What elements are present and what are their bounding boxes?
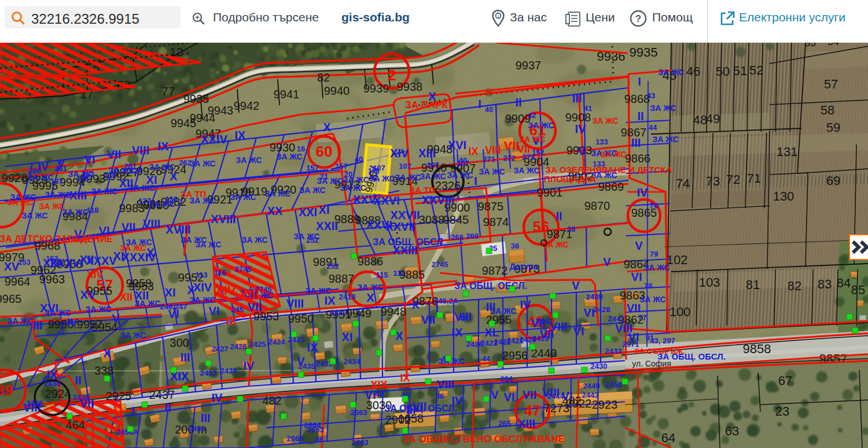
svg-text:84: 84 — [837, 276, 851, 290]
svg-text:XX: XX — [267, 205, 283, 217]
svg-text:58: 58 — [821, 103, 834, 117]
svg-text:2437: 2437 — [200, 369, 217, 377]
svg-text:ЗА ЖС: ЗА ЖС — [276, 152, 302, 161]
svg-text:ЗА ЖС: ЗА ЖС — [652, 135, 678, 144]
svg-text:77: 77 — [638, 313, 646, 322]
svg-text:153: 153 — [46, 254, 58, 263]
svg-text:71: 71 — [747, 171, 761, 186]
svg-text:113: 113 — [196, 271, 208, 279]
svg-text:9958: 9958 — [126, 277, 152, 290]
svg-text:107: 107 — [399, 162, 411, 171]
svg-text:81: 81 — [746, 277, 760, 292]
svg-text:ЗА ЖС: ЗА ЖС — [45, 190, 71, 199]
svg-text:103: 103 — [699, 275, 720, 290]
svg-text:2745: 2745 — [235, 265, 252, 273]
svg-text:40: 40 — [355, 155, 363, 164]
svg-text:III: III — [572, 92, 582, 105]
svg-text:X: X — [366, 291, 374, 304]
svg-text:2455: 2455 — [189, 424, 205, 433]
svg-text:XXI: XXI — [299, 206, 317, 219]
svg-text:ЗА ТП: ЗА ТП — [410, 185, 435, 195]
svg-text:2438: 2438 — [73, 393, 90, 402]
svg-text:2663: 2663 — [352, 438, 369, 447]
svg-text:XVIII: XVIII — [165, 223, 190, 236]
svg-text:XI: XI — [342, 331, 353, 343]
svg-text:ЗА ТП: ЗА ТП — [181, 189, 206, 199]
svg-text:73: 73 — [706, 174, 720, 188]
svg-text:2427: 2427 — [212, 345, 229, 353]
svg-text:ЗА ЖС: ЗА ЖС — [21, 211, 47, 220]
svg-text:2424: 2424 — [269, 338, 286, 346]
svg-text:69: 69 — [826, 173, 840, 188]
svg-text:48: 48 — [693, 113, 707, 127]
svg-text:IV: IV — [67, 316, 79, 329]
svg-text:ЗА ЖС: ЗА ЖС — [149, 162, 175, 172]
svg-text:9950: 9950 — [288, 312, 314, 325]
svg-text:107: 107 — [373, 164, 385, 172]
svg-text:114: 114 — [393, 269, 406, 277]
svg-text:115: 115 — [376, 271, 388, 279]
svg-text:?: ? — [635, 13, 641, 24]
svg-text:2419: 2419 — [339, 293, 356, 301]
svg-text:ЗА ЖС: ЗА ЖС — [395, 173, 421, 182]
svg-text:51: 51 — [733, 64, 747, 78]
svg-text:VIII: VIII — [437, 378, 454, 391]
svg-text:2326: 2326 — [435, 179, 461, 192]
svg-text:300: 300 — [170, 336, 189, 349]
svg-text:ЗА ЖС: ЗА ЖС — [340, 183, 366, 192]
svg-text:ЗА ЖС: ЗА ЖС — [27, 173, 53, 182]
svg-text:9901: 9901 — [537, 186, 563, 199]
svg-text:ЗА ЖС: ЗА ЖС — [120, 331, 146, 340]
svg-text:2438: 2438 — [44, 379, 61, 388]
svg-text:I: I — [478, 98, 481, 110]
svg-text:XIII: XIII — [518, 417, 535, 430]
svg-text:ЗА ОЗЕЛЕНЯВАНЕ И ДЕТСКА: ЗА ОЗЕЛЕНЯВАНЕ И ДЕТСКА — [545, 165, 672, 175]
svg-text:2449: 2449 — [583, 382, 600, 390]
svg-text:II: II — [637, 110, 643, 123]
svg-text:II: II — [164, 401, 171, 414]
svg-text:40: 40 — [459, 156, 467, 165]
svg-text:53: 53 — [804, 43, 816, 49]
svg-text:60: 60 — [316, 143, 333, 160]
svg-text:42: 42 — [528, 111, 536, 120]
svg-text:9845: 9845 — [443, 213, 469, 226]
svg-text:II: II — [515, 96, 521, 109]
svg-text:67: 67 — [778, 373, 792, 388]
svg-text:76: 76 — [650, 201, 658, 210]
svg-text:ЗА ЖС: ЗА ЖС — [513, 166, 539, 175]
svg-text:IX: IX — [468, 146, 478, 157]
svg-text:ЗА ОБЩ. ОБСЛ.: ЗА ОБЩ. ОБСЛ. — [454, 281, 527, 291]
svg-text:VI: VI — [504, 391, 515, 403]
svg-text:46: 46 — [686, 64, 700, 79]
svg-text:2420: 2420 — [330, 308, 347, 317]
svg-text:ЗА ЖС: ЗА ЖС — [189, 159, 215, 168]
svg-text:9886: 9886 — [358, 255, 384, 268]
svg-text:III: III — [631, 136, 641, 149]
svg-text:9965: 9965 — [0, 293, 21, 305]
svg-text:2923: 2923 — [592, 398, 618, 411]
svg-text:2444: 2444 — [547, 392, 565, 401]
svg-text:38: 38 — [567, 225, 575, 234]
svg-text:9935: 9935 — [183, 92, 209, 105]
svg-text:36: 36 — [511, 242, 519, 250]
svg-text:2436: 2436 — [27, 399, 43, 408]
svg-text:9942: 9942 — [234, 99, 260, 112]
svg-text:246,247: 246,247 — [160, 302, 187, 311]
svg-text:153: 153 — [18, 258, 31, 266]
svg-text:246,24: 246,24 — [434, 297, 458, 305]
svg-text:269: 269 — [466, 232, 479, 240]
svg-text:43: 43 — [647, 91, 655, 100]
svg-text:ЗА ЖС: ЗА ЖС — [39, 202, 65, 211]
svg-text:II: II — [75, 374, 81, 387]
svg-text:2425: 2425 — [249, 340, 266, 349]
svg-text:ПЛОЩАДКА: ПЛОЩАДКА — [544, 174, 596, 184]
svg-text:IV: IV — [244, 360, 255, 372]
svg-text:XXIV: XXIV — [201, 133, 227, 146]
svg-text:IX: IX — [325, 294, 336, 307]
svg-text:X: X — [170, 170, 178, 183]
svg-text:XL: XL — [484, 326, 499, 339]
svg-text:9872: 9872 — [482, 264, 508, 277]
svg-text:IX: IX — [226, 314, 238, 327]
svg-text:9940: 9940 — [324, 84, 350, 97]
svg-text:XXII: XXII — [316, 220, 338, 232]
